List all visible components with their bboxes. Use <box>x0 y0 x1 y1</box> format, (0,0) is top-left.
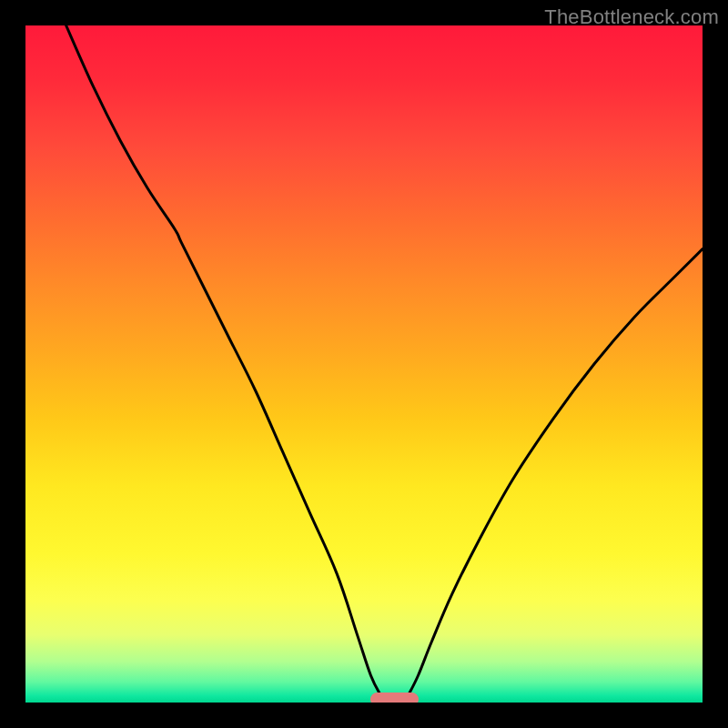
left-curve <box>66 25 381 696</box>
bottom-marker <box>370 693 418 703</box>
plot-area <box>25 25 703 703</box>
right-curve <box>408 249 703 696</box>
chart-container: TheBottleneck.com <box>0 0 728 728</box>
curve-layer <box>25 25 703 703</box>
